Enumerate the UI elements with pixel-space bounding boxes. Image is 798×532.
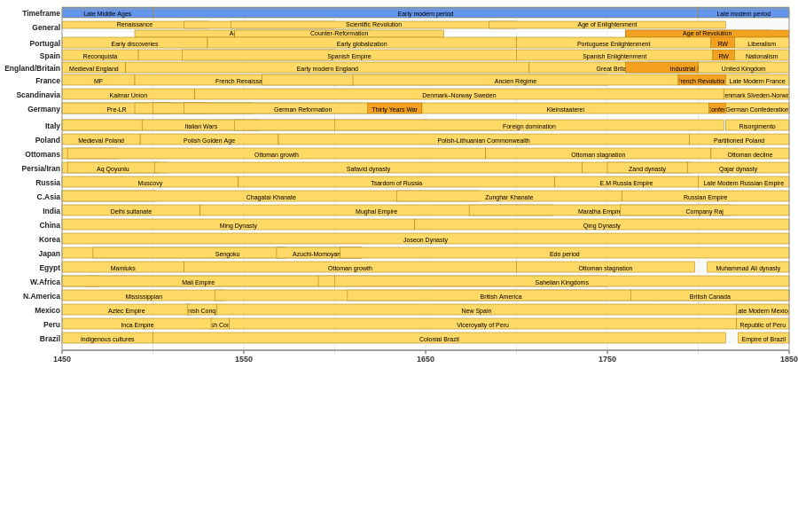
chart-container xyxy=(0,0,798,532)
